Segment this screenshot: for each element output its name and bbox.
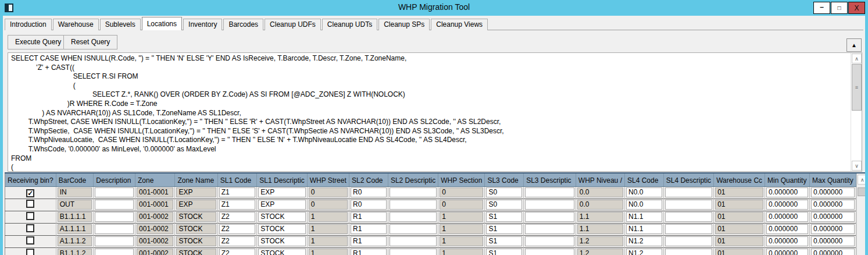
cell-value[interactable]: 0 [309, 200, 348, 210]
cell-value[interactable]: 0.000000 [766, 200, 808, 210]
cell-value[interactable]: 001-0001 [137, 187, 173, 197]
tab-introduction[interactable]: Introduction [5, 19, 52, 30]
cell-value[interactable]: Z1 [219, 200, 256, 210]
column-header[interactable]: SL3 Descriptic [524, 173, 576, 186]
cell-value[interactable]: 0.000000 [766, 187, 808, 197]
cell-value[interactable] [390, 249, 437, 255]
cell-value[interactable] [665, 224, 712, 234]
cell-value[interactable]: STOCK [258, 236, 305, 246]
cell-value[interactable]: S0 [486, 200, 522, 210]
cell-value[interactable]: R1 [351, 249, 387, 255]
cell-value[interactable] [95, 236, 134, 246]
cell-value[interactable]: IN [58, 187, 92, 197]
cell-value[interactable]: N0.0 [626, 187, 662, 197]
cell-value[interactable] [525, 236, 574, 246]
cell-value[interactable]: STOCK [176, 236, 216, 246]
column-header[interactable]: Description [94, 173, 135, 186]
cell-value[interactable]: 1 [440, 212, 483, 222]
cell-value[interactable]: S1 [486, 224, 522, 234]
cell-value[interactable] [665, 187, 712, 197]
cell-value[interactable]: 0.0 [577, 200, 623, 210]
column-header[interactable]: BarCode [56, 173, 94, 186]
execute-query-button[interactable]: Execute Query [8, 35, 69, 49]
cell-value[interactable]: A1.1.1.1 [58, 224, 92, 234]
cell-value[interactable]: A1.1.1.2 [58, 236, 92, 246]
cell-value[interactable] [525, 224, 574, 234]
cell-value[interactable]: 0.000000 [766, 249, 808, 255]
cell-value[interactable] [525, 187, 574, 197]
cell-value[interactable] [390, 236, 437, 246]
cell-value[interactable]: 01 [715, 212, 763, 222]
checkbox-checked[interactable]: ✓ [26, 189, 34, 197]
checkbox-unchecked[interactable] [26, 200, 34, 208]
maximize-button[interactable]: □ [831, 2, 848, 14]
cell-value[interactable]: STOCK [258, 224, 305, 234]
cell-value[interactable] [390, 200, 437, 210]
cell-value[interactable]: Z2 [219, 236, 256, 246]
cell-value[interactable]: 0.000000 [811, 236, 855, 246]
scroll-down-button[interactable]: ∨ [852, 161, 862, 171]
cell-value[interactable]: 001-0002 [137, 236, 173, 246]
cell-value[interactable]: STOCK [176, 212, 216, 222]
cell-value[interactable]: 0.000000 [766, 212, 808, 222]
cell-value[interactable]: 0.0 [577, 187, 623, 197]
cell-value[interactable]: 1 [440, 236, 483, 246]
cell-value[interactable]: N1.1 [626, 212, 662, 222]
cell-value[interactable] [390, 224, 437, 234]
cell-value[interactable] [665, 212, 712, 222]
cell-value[interactable]: 0.000000 [811, 249, 855, 255]
cell-value[interactable]: 1 [309, 224, 348, 234]
cell-value[interactable]: 1.1 [577, 224, 623, 234]
cell-value[interactable]: S1 [486, 236, 522, 246]
cell-value[interactable]: 0.000000 [811, 200, 855, 210]
cell-value[interactable]: N0.0 [626, 200, 662, 210]
cell-value[interactable]: 1 [440, 249, 483, 255]
cell-value[interactable]: S1 [486, 212, 522, 222]
close-button[interactable]: X [848, 2, 865, 14]
cell-value[interactable] [525, 200, 574, 210]
column-header[interactable]: SL1 Code [217, 173, 257, 186]
cell-value[interactable] [95, 224, 134, 234]
cell-value[interactable]: 01 [715, 200, 763, 210]
scrollbar-thumb[interactable]: ≡ [852, 64, 862, 111]
cell-value[interactable] [525, 249, 574, 255]
cell-value[interactable]: STOCK [258, 212, 305, 222]
cell-value[interactable]: 1.1 [577, 212, 623, 222]
cell-value[interactable]: R1 [351, 224, 387, 234]
scroll-up-button[interactable]: ∧ [852, 54, 862, 63]
query-scrollbar[interactable]: ∧ ≡ ∨ [851, 53, 862, 171]
cell-value[interactable]: 0 [440, 187, 483, 197]
cell-value[interactable] [95, 212, 134, 222]
cell-value[interactable]: 01 [715, 249, 763, 255]
column-header[interactable]: WHP Section [438, 173, 485, 186]
column-header[interactable]: SL3 Code [485, 173, 524, 186]
cell-value[interactable] [665, 200, 712, 210]
tab-inventory[interactable]: Inventory [183, 19, 222, 30]
cell-value[interactable]: 1 [309, 249, 348, 255]
column-header[interactable]: SL1 Descriptic [257, 173, 307, 186]
cell-value[interactable]: EXP [176, 187, 216, 197]
cell-value[interactable]: 1 [440, 224, 483, 234]
cell-value[interactable]: 001-0002 [137, 249, 173, 255]
cell-value[interactable] [665, 249, 712, 255]
column-header[interactable]: Zone [135, 173, 175, 186]
tab-cleanup-views[interactable]: Cleanup Views [431, 19, 488, 30]
cell-value[interactable] [95, 249, 134, 255]
cell-value[interactable]: N1.2 [626, 236, 662, 246]
cell-value[interactable]: STOCK [176, 249, 216, 255]
tab-warehouse[interactable]: Warehouse [53, 19, 99, 30]
column-header[interactable]: SL2 Code [349, 173, 388, 186]
cell-value[interactable]: 0.000000 [766, 236, 808, 246]
cell-value[interactable]: EXP [258, 187, 305, 197]
column-header[interactable]: Min Quantity [765, 173, 810, 186]
cell-value[interactable]: N1.1 [626, 224, 662, 234]
tab-locations[interactable]: Locations [142, 17, 182, 30]
cell-value[interactable]: 001-0002 [137, 224, 173, 234]
cell-value[interactable]: OUT [58, 200, 92, 210]
cell-value[interactable]: N1.2 [626, 249, 662, 255]
minimize-button[interactable]: – [813, 2, 830, 14]
query-editor[interactable]: SELECT CASE WHEN ISNULL(R.Code, '') = ''… [8, 52, 862, 172]
column-header[interactable]: Receiving bin? [5, 173, 56, 186]
cell-value[interactable]: 1 [309, 212, 348, 222]
cell-value[interactable]: Z1 [219, 187, 256, 197]
